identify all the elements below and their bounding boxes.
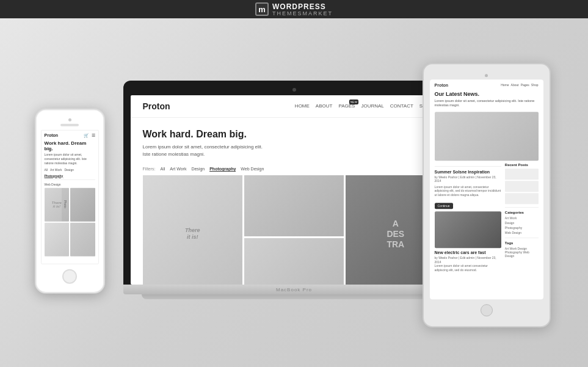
- ipad-nav-home[interactable]: Home: [501, 83, 509, 87]
- ipad-article2-image: [435, 212, 501, 249]
- nav-home[interactable]: HOME: [295, 103, 310, 109]
- ipad-nav-shop[interactable]: Shop: [531, 83, 539, 87]
- macbook-camera: [292, 88, 296, 92]
- macbook-screen: Proton HOME ABOUT PAGESNEW JOURNAL CONTA…: [131, 95, 458, 285]
- iphone-bezel: Proton 🛒 ☰ Work hard. Dream big. Lorem i…: [35, 108, 105, 293]
- macbook-foot: [142, 294, 447, 299]
- iphone-menu-icon[interactable]: ☰: [92, 133, 95, 137]
- hero-text: Lorem ipsum dolor sit amet, consectetur …: [143, 144, 446, 158]
- nav-journal[interactable]: JOURNAL: [361, 103, 383, 109]
- iphone-side-strip: Photo: [62, 187, 69, 221]
- iphone-filter-extra: Web Design: [45, 182, 95, 186]
- ipad-sidebar: Summer Solsne Inspiration by Weelo Posho…: [435, 163, 539, 272]
- ipad-screen: Proton Home About Pages Shop Our Latest …: [430, 79, 543, 299]
- iphone-filter-artwork[interactable]: Art Work: [50, 167, 62, 171]
- ipad-article1-text: Lorem ipsum dolor sit amet, consectetur …: [435, 185, 501, 197]
- ipad-device: Proton Home About Pages Shop Our Latest …: [423, 63, 551, 327]
- ipad-divider-1: [435, 166, 501, 167]
- ipad-main-col: Summer Solsne Inspiration by Weelo Posho…: [435, 163, 501, 272]
- ipad-divider-2: [505, 207, 539, 208]
- macbook-device: Proton HOME ABOUT PAGESNEW JOURNAL CONTA…: [123, 81, 465, 299]
- ipad-main-image: [435, 112, 539, 161]
- hero-title: Work hard. Dream big.: [143, 129, 446, 140]
- logo-title: WORDPRESS: [272, 2, 333, 11]
- ipad-article1-title: Summer Solsne Inspiration: [435, 170, 501, 174]
- filter-webdesign[interactable]: Web Design: [241, 167, 264, 171]
- tags-label: Tags: [505, 241, 539, 245]
- filter-artwork[interactable]: Art Work: [170, 167, 186, 171]
- ipad-article1-meta: by Weelo Poshor | Edit admin | November …: [435, 175, 501, 183]
- iphone-website: Proton 🛒 ☰ Work hard. Dream big. Lorem i…: [42, 130, 98, 263]
- macbook-website: Proton HOME ABOUT PAGESNEW JOURNAL CONTA…: [131, 95, 458, 285]
- iphone-camera: [68, 118, 71, 121]
- ipad-bezel: Proton Home About Pages Shop Our Latest …: [423, 63, 551, 327]
- header-bar: m WORDPRESS THEMESMARKET: [0, 0, 588, 18]
- ipad-hero-title: Our Latest News.: [435, 91, 539, 97]
- gallery-item-1: Thereit is!: [143, 175, 242, 285]
- recent-posts-label: Recent Posts: [505, 163, 539, 167]
- ipad-article2-meta: by Weelo Poshor | Edit admin | November …: [435, 256, 501, 264]
- category-3: Photography: [505, 226, 539, 230]
- iphone-gallery-item-3: [45, 222, 70, 256]
- filters-label: Filters:: [143, 167, 156, 171]
- nav-contact[interactable]: CONTACT: [390, 103, 413, 109]
- iphone-filters: All Art Work Design Photography: [45, 167, 95, 180]
- nav-about[interactable]: ABOUT: [316, 103, 333, 109]
- ipad-tags: Art Work Design Photography Web Design: [505, 247, 539, 258]
- iphone-nav-icons: 🛒 ☰: [84, 133, 95, 137]
- nav-pages[interactable]: PAGESNEW: [338, 103, 355, 109]
- macbook-bezel: Proton HOME ABOUT PAGESNEW JOURNAL CONTA…: [123, 81, 465, 285]
- iphone-filter-all[interactable]: All: [45, 167, 48, 171]
- scene: Proton HOME ABOUT PAGESNEW JOURNAL CONTA…: [1, 13, 587, 367]
- m-icon: m: [255, 2, 269, 16]
- iphone-nav: Proton 🛒 ☰: [45, 133, 95, 137]
- ipad-nav-pages[interactable]: Pages: [521, 83, 529, 87]
- gallery-item-4: [244, 238, 344, 285]
- ipad-divider-3: [505, 238, 539, 238]
- logo-subtitle: THEMESMARKET: [272, 11, 333, 16]
- iphone-gallery-item-4: [70, 222, 95, 256]
- iphone-gallery-text-1: Thereit is!: [52, 201, 62, 208]
- iphone-gallery-item-1: Thereit is! Photo: [45, 187, 70, 221]
- recent-post-1: [505, 169, 539, 180]
- ipad-hero: Our Latest News. Lorem ipsum dolor sit a…: [435, 91, 539, 108]
- ipad-logo: Proton: [435, 83, 449, 87]
- site-gallery: Thereit is! ADESTRA CLONES INC: [131, 175, 458, 285]
- ipad-article2-text: Lorem ipsum dolor sit amet consectetur a…: [435, 264, 501, 272]
- ipad-hero-text: Lorem ipsum dolor sit amet, consectetur …: [435, 99, 539, 108]
- iphone-gallery: Thereit is! Photo: [45, 187, 95, 256]
- recent-post-2: [505, 181, 539, 192]
- iphone-filter-photography[interactable]: Photography: [45, 173, 64, 177]
- site-filters: Filters: All Art Work Design Photography…: [131, 163, 458, 175]
- ipad-side-col: Recent Posts Categories Art Work Design …: [505, 163, 539, 272]
- ipad-nav-about[interactable]: About: [511, 83, 519, 87]
- iphone-screen: Proton 🛒 ☰ Work hard. Dream big. Lorem i…: [41, 129, 99, 264]
- filter-all[interactable]: All: [161, 167, 165, 171]
- iphone-speaker: [60, 123, 79, 126]
- recent-post-3: [505, 193, 539, 204]
- filter-design[interactable]: Design: [191, 167, 205, 171]
- filter-photography[interactable]: Photography: [209, 167, 236, 172]
- ipad-home-button[interactable]: [481, 304, 493, 316]
- iphone-cart-icon[interactable]: 🛒: [84, 133, 89, 137]
- ipad-nav: Proton Home About Pages Shop: [435, 83, 539, 87]
- macbook-base: [123, 285, 465, 294]
- iphone-hero: Work hard. Dream big. Lorem ipsum dolor …: [45, 140, 95, 165]
- gallery-text-1: Thereit is!: [185, 227, 200, 241]
- ipad-continue-btn[interactable]: Continue: [435, 203, 453, 209]
- ipad-article2-title: New electric cars are fast: [435, 251, 501, 255]
- category-4: Web Design: [505, 231, 539, 234]
- iphone-hero-title: Work hard. Dream big.: [45, 140, 95, 151]
- gallery-text-3: ADESTRA: [387, 219, 404, 249]
- ipad-website: Proton Home About Pages Shop Our Latest …: [430, 79, 543, 299]
- categories-label: Categories: [505, 211, 539, 214]
- iphone-home-button[interactable]: [62, 269, 77, 283]
- category-2: Design: [505, 221, 539, 225]
- iphone-filter-design[interactable]: Design: [64, 167, 74, 171]
- iphone-hero-text: Lorem ipsum dolor sit amet, consectetur …: [45, 152, 95, 165]
- site-header-logo: m WORDPRESS THEMESMARKET: [255, 2, 333, 16]
- site-logo: Proton: [143, 101, 170, 111]
- iphone-device: Proton 🛒 ☰ Work hard. Dream big. Lorem i…: [35, 108, 105, 293]
- iphone-gallery-item-2: [70, 187, 95, 221]
- ipad-nav-items: Home About Pages Shop: [501, 83, 538, 87]
